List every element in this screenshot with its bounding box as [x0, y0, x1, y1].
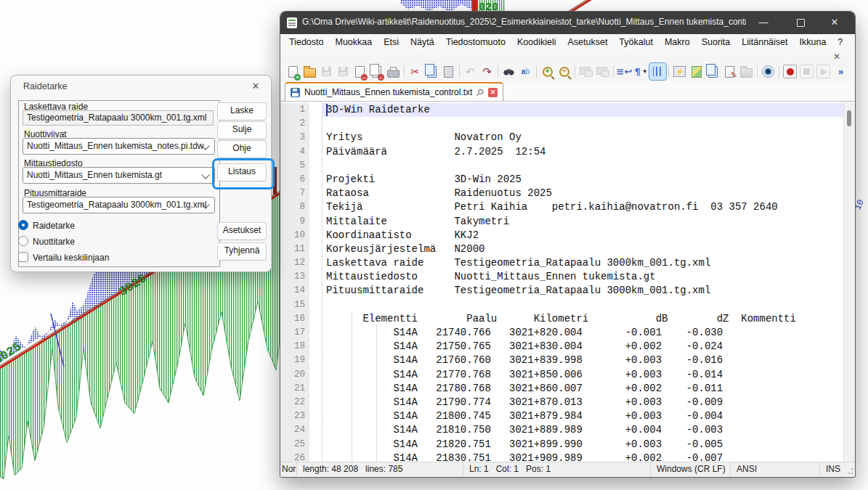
editor-line[interactable]: 13D-Win Raidetarke — [280, 103, 844, 117]
cut-icon[interactable]: ✂ — [407, 63, 423, 80]
fold-margin[interactable] — [309, 242, 323, 256]
open-file-icon[interactable] — [301, 63, 318, 80]
macro-record-icon[interactable] — [782, 63, 798, 80]
fold-margin[interactable] — [309, 409, 323, 423]
monitoring-eye-icon[interactable] — [760, 63, 776, 80]
fold-margin[interactable] — [309, 229, 323, 242]
fold-margin[interactable] — [309, 173, 323, 187]
vertical-scrollbar[interactable] — [843, 102, 855, 462]
menu-item[interactable]: Muokkaa — [329, 34, 378, 51]
toolbar-overflow-icon[interactable]: » — [832, 63, 848, 80]
fold-margin[interactable] — [309, 103, 323, 117]
fold-margin[interactable] — [309, 340, 323, 354]
fold-margin[interactable] — [309, 187, 323, 200]
editor-line[interactable]: 8Tekijä Petri Kaihia petri.kaihia@novatr… — [280, 200, 844, 214]
pin-tab-icon[interactable]: ⚲ — [474, 86, 486, 98]
fold-margin[interactable] — [309, 354, 323, 367]
document-list-icon[interactable] — [705, 63, 721, 80]
copy-icon[interactable] — [423, 63, 440, 80]
dialog-titlebar[interactable]: Raidetarke ✕ — [11, 75, 271, 97]
menu-item[interactable]: ? — [832, 34, 848, 51]
editor-line[interactable]: 7Rataosa Raidenuotus 2025 — [280, 187, 844, 200]
ohje-button[interactable]: Ohje — [217, 140, 267, 158]
menu-item[interactable]: Ikkuna — [794, 34, 832, 51]
editor-line[interactable]: 13Mittaustiedosto Nuotti_Mittaus_Ennen t… — [280, 270, 844, 284]
menu-item[interactable]: + — [848, 34, 856, 51]
replace-icon[interactable]: ab — [517, 63, 534, 80]
folder-as-workspace-icon[interactable] — [738, 63, 755, 80]
pituusmittaraide-combobox[interactable]: Testigeometria_Ratapaalu 3000km_001.tg.x… — [23, 197, 215, 213]
scrollbar-thumb[interactable] — [847, 110, 851, 126]
raidetarke-radio[interactable] — [18, 220, 28, 230]
fold-margin[interactable] — [309, 117, 323, 131]
editor-line[interactable]: 25 S14A 21820.751 3021+899.990 +0.003 -0… — [280, 438, 844, 452]
fold-margin[interactable] — [309, 256, 323, 270]
editor-line[interactable]: 2 — [280, 117, 844, 131]
fold-margin[interactable] — [309, 326, 323, 340]
editor-line[interactable]: 22 S14A 21790.774 3021+870.013 +0.003 -0… — [280, 396, 844, 409]
chevron-down-icon[interactable] — [201, 171, 209, 179]
tab-close-icon[interactable]: ✕ — [488, 88, 498, 97]
word-wrap-icon[interactable]: ≡↩ — [616, 63, 633, 80]
editor-line[interactable]: 3Yritys Novatron Oy — [280, 131, 844, 144]
editor-line[interactable]: 6Projekti 3D-Win 2025 — [280, 173, 844, 187]
editor-line[interactable]: 12Laskettava raide Testigeometria_Ratapa… — [280, 256, 844, 270]
menu-item[interactable]: Työkalut — [613, 34, 659, 51]
editor-line[interactable]: 18 S14A 21750.765 3021+830.004 +0.002 -0… — [280, 340, 844, 354]
status-encoding[interactable]: ANSI — [731, 462, 820, 477]
zoom-in-icon[interactable]: + — [539, 63, 556, 80]
laskettava-raide-field[interactable]: Testigeometria_Ratapaalu 3000km_001.tg.x… — [23, 110, 214, 126]
fold-margin[interactable] — [309, 312, 323, 326]
text-editor-area[interactable]: 13D-Win Raidetarke23Yritys Novatron Oy4P… — [280, 102, 855, 462]
new-file-icon[interactable] — [285, 63, 301, 80]
window-titlebar[interactable]: G:\Oma Drive\Wiki-artikkelit\Raidenuotit… — [280, 12, 855, 34]
editor-line[interactable]: 4Päivämäärä 2.7.2025 12:54 — [280, 145, 844, 159]
fold-margin[interactable] — [309, 145, 323, 159]
menu-item[interactable]: Suorita — [696, 34, 737, 51]
macro-play-icon[interactable] — [815, 63, 832, 80]
nuottiviivat-combobox[interactable]: Nuotti_Mittaus_Ennen tukemista_notes.pi.… — [23, 138, 215, 155]
menu-item[interactable]: Liitännäiset — [736, 34, 793, 51]
fold-margin[interactable] — [309, 131, 323, 144]
editor-line[interactable]: 24 S14A 21810.750 3021+889.989 +0.004 -0… — [280, 423, 844, 437]
close-all-files-icon[interactable] — [368, 63, 385, 80]
fold-margin[interactable] — [309, 298, 323, 312]
fold-margin[interactable] — [309, 215, 323, 229]
close-file-icon[interactable] — [352, 63, 368, 80]
sync-horizontal-scroll-icon[interactable] — [594, 63, 611, 80]
macro-stop-icon[interactable] — [798, 63, 815, 80]
editor-line[interactable]: 5 — [280, 159, 844, 173]
dialog-close-icon[interactable]: ✕ — [249, 80, 262, 93]
menu-item[interactable]: Makro — [659, 34, 696, 51]
fold-margin[interactable] — [309, 159, 323, 173]
asetukset-button[interactable]: Asetukset — [217, 222, 267, 240]
document-map-icon[interactable] — [688, 63, 705, 80]
editor-line[interactable]: 21 S14A 21780.768 3021+860.007 +0.002 -0… — [280, 382, 844, 396]
minimize-button[interactable]: — — [749, 12, 778, 33]
tab-active-document[interactable]: Nuotti_Mittaus_Ennen tukemista_control.t… — [285, 82, 503, 101]
save-icon[interactable] — [318, 63, 335, 80]
menu-item[interactable]: Asetukset — [561, 34, 613, 51]
sulje-button[interactable]: Sulje — [217, 121, 267, 139]
redo-icon[interactable]: ↷ — [479, 63, 495, 80]
editor-line[interactable]: 14Pituusmittaraide Testigeometria_Ratapa… — [280, 284, 844, 298]
vertailu-checkbox[interactable] — [18, 252, 28, 262]
sync-vertical-scroll-icon[interactable] — [577, 63, 594, 80]
menu-item[interactable]: Etsi — [378, 34, 405, 51]
fold-margin[interactable] — [309, 382, 323, 396]
maximize-button[interactable] — [786, 12, 815, 33]
laske-button[interactable]: Laske — [217, 102, 267, 121]
paste-icon[interactable] — [440, 63, 457, 80]
fold-margin[interactable] — [309, 284, 323, 298]
save-all-icon[interactable] — [335, 63, 352, 80]
function-list-icon[interactable]: ⚡ — [671, 63, 688, 80]
fold-margin[interactable] — [309, 423, 323, 437]
close-document-icon[interactable]: ✕ — [832, 52, 842, 62]
status-eol-format[interactable]: Windows (CR LF) — [651, 462, 731, 477]
zoom-out-icon[interactable]: – — [556, 63, 572, 80]
editor-line[interactable]: 10Koordinaatisto KKJ2 — [280, 229, 844, 242]
editor-line[interactable]: 15 — [280, 298, 844, 312]
menu-item[interactable]: Tiedosto — [283, 34, 329, 51]
fold-margin[interactable] — [309, 200, 323, 214]
editor-line[interactable]: 19 S14A 21760.760 3021+839.998 +0.003 -0… — [280, 354, 844, 367]
